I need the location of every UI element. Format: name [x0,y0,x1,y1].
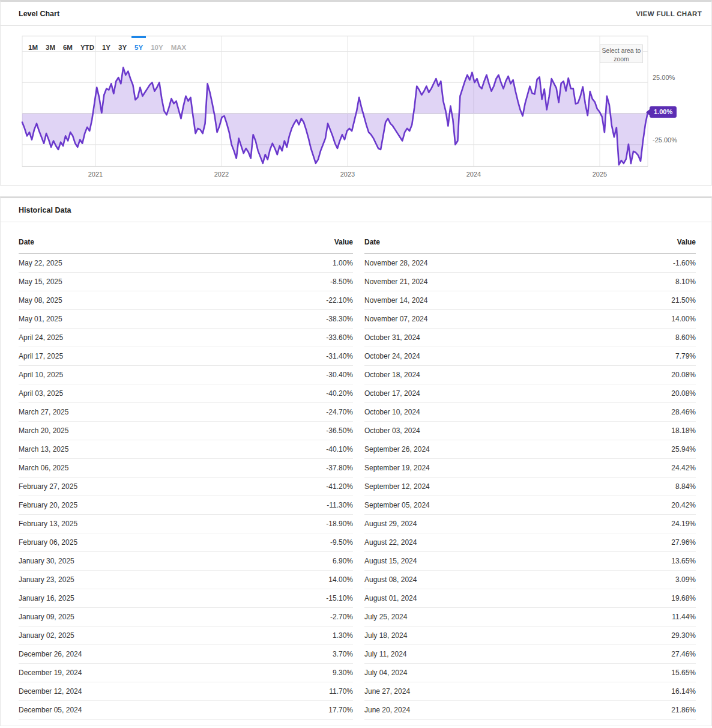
table-row: January 02, 20251.30% [19,626,353,645]
table-row: October 17, 202420.08% [364,384,696,403]
row-value: -33.60% [186,329,354,347]
range-tab-3m[interactable]: 3M [46,41,55,53]
row-date: April 10, 2025 [19,366,186,384]
table-row: February 20, 2025-11.30% [19,496,353,515]
select-area-to-zoom-hint: Select area to zoom [600,44,643,63]
row-date: September 12, 2024 [364,478,530,496]
table-row: April 24, 2025-33.60% [19,329,353,347]
row-date: October 03, 2024 [364,422,530,440]
table-row: October 10, 202428.46% [364,403,696,422]
row-value: 17.70% [186,701,354,720]
row-value: 14.00% [530,310,696,329]
row-date: December 19, 2024 [19,664,186,682]
row-value: -30.40% [186,366,354,384]
row-value: -31.40% [186,347,354,366]
row-value: 21.50% [530,291,696,310]
historical-table-right: Date Value November 28, 2024-1.60%Novemb… [364,232,696,720]
historical-data-header: Historical Data [1,198,711,222]
row-value: 21.86% [530,701,696,720]
table-row: March 06, 2025-37.80% [19,459,353,478]
table-row: July 25, 202411.44% [364,608,696,626]
table-row: December 12, 202411.70% [19,682,353,701]
range-tab-1y[interactable]: 1Y [102,41,110,53]
row-value: 20.42% [530,496,696,515]
row-value: 3.70% [186,645,354,664]
table-row: March 13, 2025-40.10% [19,440,353,459]
row-date: August 29, 2024 [364,515,530,533]
table-row: April 10, 2025-30.40% [19,366,353,384]
row-date: May 22, 2025 [19,254,186,273]
row-value: -24.70% [186,403,354,422]
date-range-tabs: 1M3M6MYTD1Y3Y5Y10YMAX [28,41,186,53]
row-value: -40.10% [186,440,354,459]
row-date: April 24, 2025 [19,329,186,347]
row-date: March 20, 2025 [19,422,186,440]
row-value: 16.14% [530,682,696,701]
range-tab-5y[interactable]: 5Y [134,41,143,53]
row-date: March 13, 2025 [19,440,186,459]
row-value: 1.30% [186,626,354,645]
row-date: May 01, 2025 [19,310,186,329]
row-date: August 01, 2024 [364,589,530,608]
range-tab-1m[interactable]: 1M [28,41,38,53]
row-date: August 08, 2024 [364,571,530,589]
row-value: -8.50% [186,273,354,291]
row-date: July 18, 2024 [364,626,530,645]
table-row: June 20, 202421.86% [364,701,696,720]
row-value: -15.10% [186,589,354,608]
table-row: December 05, 202417.70% [19,701,353,720]
table-row: February 13, 2025-18.90% [19,515,353,533]
svg-text:2024: 2024 [466,171,481,178]
row-value: 27.46% [530,645,696,664]
row-value: -36.50% [186,422,354,440]
table-row: November 21, 20248.10% [364,273,696,291]
row-date: October 24, 2024 [364,347,530,366]
row-date: April 17, 2025 [19,347,186,366]
table-row: May 01, 2025-38.30% [19,310,353,329]
row-date: November 14, 2024 [364,291,530,310]
row-value: -38.30% [186,310,354,329]
table-row: May 22, 20251.00% [19,254,353,273]
table-row: October 31, 20248.60% [364,329,696,347]
historical-tables: Date Value May 22, 20251.00%May 15, 2025… [1,222,711,726]
range-tab-6m[interactable]: 6M [63,41,73,53]
row-value: 20.08% [530,384,696,403]
row-value: 24.42% [530,459,696,478]
row-value: 8.60% [530,329,696,347]
table-row: August 15, 202413.65% [364,552,696,571]
row-value: 9.30% [186,664,354,682]
level-chart-plot-area[interactable]: 2021202220232024202525.00%-25.00% 1M3M6M… [1,26,711,185]
svg-text:2022: 2022 [214,171,229,178]
historical-data-title: Historical Data [19,206,71,214]
row-value: 20.08% [530,366,696,384]
view-full-chart-link[interactable]: VIEW FULL CHART [636,10,702,17]
svg-text:-25.00%: -25.00% [653,136,677,144]
row-value: 8.10% [530,273,696,291]
row-date: August 22, 2024 [364,533,530,552]
latest-value-badge: 1.00% [650,106,677,118]
table-row: August 29, 202424.19% [364,515,696,533]
row-date: June 20, 2024 [364,701,530,720]
row-value: 28.46% [530,403,696,422]
row-date: September 19, 2024 [364,459,530,478]
row-date: January 09, 2025 [19,608,186,626]
table-row: October 18, 202420.08% [364,366,696,384]
row-value: -40.20% [186,384,354,403]
row-date: January 30, 2025 [19,552,186,571]
svg-text:2025: 2025 [593,171,607,178]
row-value: -41.20% [186,478,354,496]
level-chart-title: Level Chart [19,10,59,18]
range-tab-ytd[interactable]: YTD [80,41,94,53]
range-tab-3y[interactable]: 3Y [118,41,127,53]
row-value: -9.50% [186,533,354,552]
table-row: July 18, 202429.30% [364,626,696,645]
table-row: September 19, 202424.42% [364,459,696,478]
value-column-header: Value [530,232,696,254]
row-date: July 11, 2024 [364,645,530,664]
row-date: October 17, 2024 [364,384,530,403]
level-chart-card: Level Chart VIEW FULL CHART 202120222023… [0,0,712,186]
row-date: September 05, 2024 [364,496,530,515]
row-date: March 27, 2025 [19,403,186,422]
row-value: 8.84% [530,478,696,496]
row-date: August 15, 2024 [364,552,530,571]
